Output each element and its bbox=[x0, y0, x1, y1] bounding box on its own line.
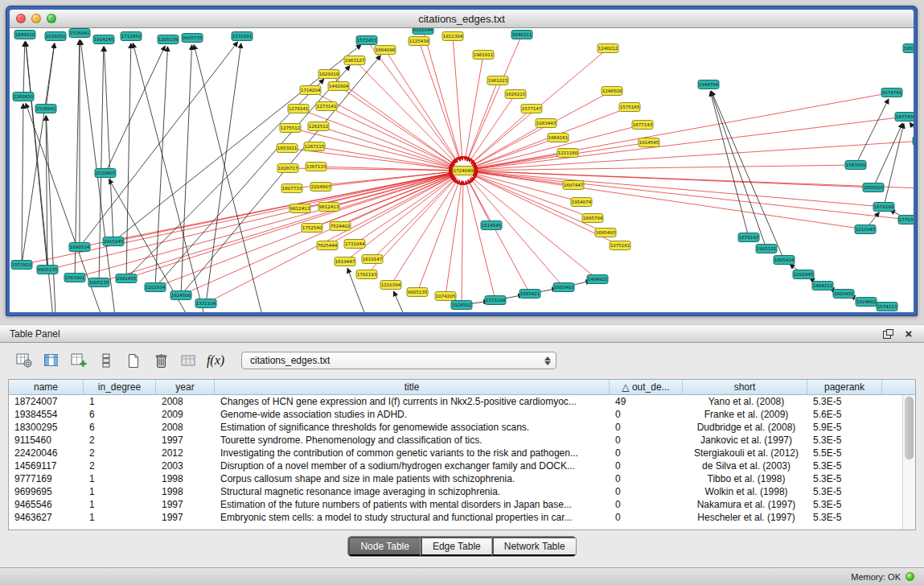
table-cell-name[interactable]: 19384554 bbox=[9, 408, 84, 421]
table-cell-title[interactable]: Disruption of a novel member of a sodium… bbox=[215, 459, 610, 472]
network-view[interactable]: 1724049181130411254381664096196312718200… bbox=[10, 28, 914, 312]
table-cell-out_degree[interactable]: 0 bbox=[610, 408, 683, 421]
table-cell-in_degree[interactable]: 2 bbox=[84, 459, 156, 472]
graph-node[interactable]: 1712950 bbox=[121, 32, 142, 41]
close-window-button[interactable]: × bbox=[16, 14, 26, 23]
table-cell-in_degree[interactable]: 1 bbox=[84, 498, 156, 511]
table-row[interactable]: 969969511998Structural magnetic resonanc… bbox=[9, 485, 902, 498]
graph-node[interactable]: 2041455 bbox=[116, 274, 137, 283]
graph-node[interactable]: 1531691 bbox=[232, 32, 253, 41]
graph-node[interactable]: 9812413 bbox=[290, 204, 310, 213]
graph-node[interactable]: 1563901 bbox=[64, 274, 85, 282]
table-cell-name[interactable]: 9465546 bbox=[9, 498, 84, 511]
table-cell-name[interactable]: 9777169 bbox=[9, 472, 84, 485]
function-builder-button[interactable]: f(x) bbox=[204, 350, 227, 371]
table-cell-short[interactable]: Jankovic et al. (1997) bbox=[683, 434, 807, 447]
table-cell-name[interactable]: 14569117 bbox=[9, 459, 84, 472]
graph-node[interactable]: 1605493 bbox=[553, 283, 574, 292]
float-panel-icon[interactable] bbox=[882, 328, 893, 340]
scrollbar-thumb[interactable] bbox=[905, 397, 914, 459]
table-cell-year[interactable]: 1997 bbox=[156, 434, 215, 447]
table-row[interactable]: 1456911722003Disruption of a novel membe… bbox=[9, 459, 902, 472]
delete-table-button[interactable] bbox=[150, 350, 172, 371]
graph-node[interactable]: 9612413 bbox=[318, 203, 339, 212]
graph-node[interactable]: 1890514 bbox=[69, 243, 90, 252]
graph-node[interactable]: 1572453 bbox=[356, 36, 377, 45]
graph-node[interactable]: 1895794 bbox=[582, 214, 603, 223]
graph-node[interactable]: 1752540 bbox=[302, 224, 322, 233]
graph-node[interactable]: 1895421 bbox=[519, 290, 540, 299]
table-cell-name[interactable]: 9699695 bbox=[9, 485, 84, 498]
row-tools-button[interactable] bbox=[95, 350, 117, 371]
graph-node[interactable]: 1905135 bbox=[88, 278, 109, 287]
graph-node[interactable]: 1924602 bbox=[856, 298, 877, 307]
table-cell-in_degree[interactable]: 2 bbox=[84, 434, 156, 447]
graph-node[interactable]: 9905735 bbox=[182, 34, 203, 43]
graph-node[interactable]: 1841074 bbox=[913, 137, 914, 146]
table-cell-short[interactable]: de Silva et al. (2003) bbox=[683, 459, 807, 472]
table-cell-pagerank[interactable]: 5.3E-5 bbox=[807, 395, 882, 408]
graph-node[interactable]: 1624500 bbox=[170, 291, 191, 300]
graph-node[interactable]: 1333104 bbox=[485, 296, 506, 305]
graph-node[interactable]: 1575165 bbox=[619, 103, 640, 112]
table-cell-name[interactable]: 9115460 bbox=[9, 434, 84, 447]
graph-node[interactable]: 1820018 bbox=[318, 70, 339, 79]
table-cell-in_degree[interactable]: 6 bbox=[84, 421, 156, 434]
graph-node[interactable]: 1221160 bbox=[557, 149, 578, 158]
table-cell-short[interactable]: Franke et al. (2009) bbox=[683, 408, 807, 421]
graph-node[interactable]: 2260650 bbox=[13, 93, 34, 101]
graph-node[interactable]: 1075161 bbox=[610, 241, 630, 250]
table-cell-pagerank[interactable]: 5.3E-5 bbox=[807, 511, 882, 524]
table-cell-title[interactable]: Tourette syndrome. Phenomenology and cla… bbox=[215, 434, 610, 447]
table-cell-title[interactable]: Changes of HCN gene expression and I(f) … bbox=[215, 395, 610, 408]
table-cell-in_degree[interactable]: 2 bbox=[84, 447, 156, 459]
graph-node[interactable]: 2520605 bbox=[95, 169, 116, 178]
graph-node[interactable]: 1961911 bbox=[473, 51, 494, 60]
table-cell-name[interactable]: 18300295 bbox=[9, 421, 84, 434]
graph-node[interactable]: 1951094 bbox=[903, 44, 914, 53]
graph-node[interactable]: 9905135 bbox=[407, 288, 428, 297]
table-cell-out_degree[interactable]: 0 bbox=[610, 498, 683, 511]
table-cell-in_degree[interactable]: 1 bbox=[84, 395, 156, 408]
column-header-in_degree[interactable]: in_degree bbox=[84, 380, 156, 395]
graph-node[interactable]: 1811304 bbox=[442, 32, 463, 41]
table-cell-title[interactable]: Embryonic stem cells: a model to study s… bbox=[215, 511, 610, 524]
table-cell-out_degree[interactable]: 0 bbox=[610, 434, 683, 447]
graph-node[interactable]: 1915245 bbox=[103, 237, 124, 246]
graph-node[interactable]: 1248212 bbox=[598, 44, 618, 53]
graph-node[interactable]: 1210394 bbox=[380, 281, 401, 290]
table-cell-out_degree[interactable]: 0 bbox=[610, 511, 683, 524]
table-cell-short[interactable]: Hescheler et al. (1997) bbox=[683, 511, 807, 524]
table-mode-button[interactable] bbox=[13, 350, 35, 371]
graph-node[interactable]: 1826717 bbox=[277, 164, 298, 173]
table-cell-year[interactable]: 2009 bbox=[156, 408, 215, 421]
table-cell-year[interactable]: 1998 bbox=[156, 485, 215, 498]
graph-node[interactable]: 1664096 bbox=[375, 46, 396, 55]
graph-node[interactable]: 1484921 bbox=[587, 275, 608, 284]
table-cell-year[interactable]: 2003 bbox=[156, 459, 215, 472]
graph-node[interactable]: 1367133 bbox=[306, 163, 326, 171]
new-table-button[interactable] bbox=[122, 350, 145, 371]
graph-node[interactable]: 1724049 bbox=[453, 167, 474, 175]
graph-node[interactable]: 1262512 bbox=[308, 122, 329, 131]
graph-node[interactable]: 8181044 bbox=[413, 28, 433, 35]
graph-node[interactable]: 1664161 bbox=[548, 134, 569, 142]
table-cell-year[interactable]: 2008 bbox=[156, 421, 215, 434]
table-cell-out_degree[interactable]: 49 bbox=[610, 395, 683, 408]
graph-node[interactable]: 1278141 bbox=[288, 105, 309, 113]
table-cell-year[interactable]: 1997 bbox=[156, 498, 215, 511]
show-columns-button[interactable] bbox=[40, 350, 63, 371]
table-cell-out_degree[interactable]: 0 bbox=[610, 447, 683, 459]
table-cell-out_degree[interactable]: 0 bbox=[610, 421, 683, 434]
graph-node[interactable]: 1125438 bbox=[409, 37, 429, 46]
graph-node[interactable]: 1273141 bbox=[316, 102, 337, 111]
table-row[interactable]: 946554611997Estimation of the future num… bbox=[9, 498, 902, 511]
table-row[interactable]: 1872400712008Changes of HCN gene express… bbox=[9, 395, 902, 408]
graph-node[interactable]: 1905131 bbox=[756, 245, 777, 253]
graph-node[interactable]: 1646211 bbox=[511, 31, 532, 39]
table-cell-out_degree[interactable]: 0 bbox=[610, 472, 683, 485]
table-cell-year[interactable]: 2008 bbox=[156, 395, 215, 408]
graph-node[interactable]: 1205139 bbox=[158, 35, 179, 44]
graph-node[interactable]: 1954074 bbox=[571, 198, 592, 207]
import-table-button[interactable] bbox=[177, 350, 199, 371]
